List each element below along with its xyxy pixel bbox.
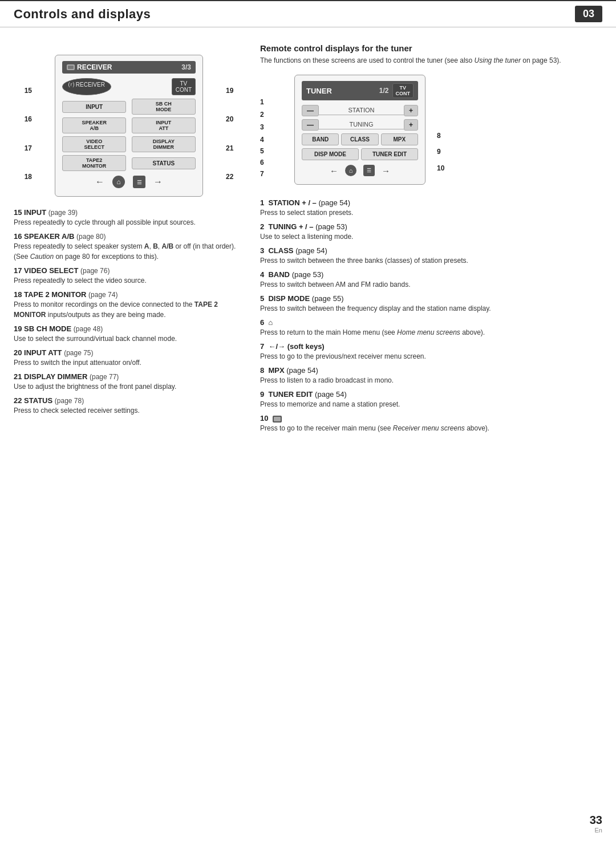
tuner-left-labels: 1 2 3 4 5 6 7 bbox=[260, 75, 271, 185]
disp-mode-btn[interactable]: DISP MODE bbox=[302, 148, 359, 160]
menu-icon[interactable]: ☰ bbox=[133, 176, 145, 188]
tuning-minus-btn[interactable]: — bbox=[302, 119, 319, 131]
tuner-nav-row: ← ⌂ ☰ → bbox=[302, 165, 418, 176]
display-dimmer-btn[interactable]: DISPLAYDIMMER bbox=[132, 136, 196, 152]
desc-item-17: 17 VIDEO SELECT (page 76) Press repeated… bbox=[14, 266, 242, 286]
receiver-remote-header: RECEIVER 3/3 bbox=[62, 61, 196, 74]
tuner-label-7: 7 bbox=[260, 170, 271, 177]
label-17: 17 bbox=[14, 145, 32, 152]
right-desc-10: 10 Press to go to the receiver main menu… bbox=[260, 414, 602, 433]
desc-item-22: 22 STATUS (page 78) Press to check selec… bbox=[14, 396, 242, 416]
desc-page-8: (page 54) bbox=[286, 366, 318, 375]
station-row: — STATION + bbox=[302, 105, 418, 116]
receiver-icon: RECEIVER bbox=[67, 63, 112, 71]
receiver-top-row: ⒭ RECEIVER TVCONT bbox=[62, 78, 196, 95]
receiver-nav-row: ← ⌂ ☰ → bbox=[62, 176, 196, 188]
desc-num-6: 6 ⌂ bbox=[260, 318, 273, 327]
tuner-menu-icon[interactable]: ☰ bbox=[363, 165, 375, 176]
input-btn[interactable]: INPUT bbox=[62, 101, 126, 113]
tv-cont-btn[interactable]: TVCONT bbox=[172, 78, 196, 95]
right-desc-1: 1 STATION + / – (page 54) Press to selec… bbox=[260, 198, 602, 218]
footer-lang: En bbox=[590, 827, 602, 834]
left-descriptions: 15 INPUT (page 39) Press repeatedly to c… bbox=[14, 208, 242, 416]
right-desc-7: 7 ←/→ (soft keys) Press to go to the pre… bbox=[260, 342, 602, 361]
label-22: 22 bbox=[226, 173, 242, 180]
receiver-btn[interactable]: ⒭ RECEIVER bbox=[62, 78, 111, 95]
desc-page-9: (page 54) bbox=[315, 390, 347, 399]
desc-num-1: 1 STATION + / – bbox=[260, 198, 317, 207]
station-minus-btn[interactable]: — bbox=[302, 105, 319, 116]
desc-num-4: 4 BAND bbox=[260, 270, 290, 279]
class-btn[interactable]: CLASS bbox=[341, 133, 378, 145]
tuner-home-icon[interactable]: ⌂ bbox=[345, 165, 356, 176]
tuner-label-2: 2 bbox=[260, 111, 271, 118]
label-20: 20 bbox=[226, 116, 242, 123]
page-footer: 33 En bbox=[590, 814, 602, 834]
desc-num-10: 10 bbox=[260, 414, 282, 422]
right-desc-5: 5 DISP MODE (page 55) Press to switch be… bbox=[260, 294, 602, 314]
tuner-tv-cont-btn[interactable]: TVCONT bbox=[392, 83, 414, 98]
tuner-edit-btn[interactable]: TUNER EDIT bbox=[361, 148, 418, 160]
desc-page-2: (page 53) bbox=[315, 222, 347, 231]
remote-row-4: TAPE2MONITOR STATUS bbox=[62, 155, 196, 171]
desc-num-9: 9 TUNER EDIT bbox=[260, 390, 313, 399]
tuner-fraction: 1/2 bbox=[379, 87, 389, 95]
receiver-right-labels: 19 20 21 22 bbox=[224, 49, 242, 197]
tuning-plus-btn[interactable]: + bbox=[404, 119, 418, 131]
status-btn[interactable]: STATUS bbox=[132, 157, 196, 169]
tuner-left-arrow-icon[interactable]: ← bbox=[330, 166, 338, 176]
right-desc-3: 3 CLASS (page 54) Press to switch betwee… bbox=[260, 246, 602, 266]
tuner-label-1: 1 bbox=[260, 99, 271, 105]
tuner-btn-row-1: BAND CLASS MPX bbox=[302, 133, 418, 145]
tuner-label-6: 6 bbox=[260, 159, 271, 166]
right-desc-2: 2 TUNING + / – (page 53) Use to select a… bbox=[260, 222, 602, 242]
desc-item-21: 21 DISPLAY DIMMER (page 77) Use to adjus… bbox=[14, 372, 242, 392]
right-column: Remote control displays for the tuner Th… bbox=[260, 43, 602, 438]
tuner-right-arrow-icon[interactable]: → bbox=[382, 166, 390, 176]
video-select-btn[interactable]: VIDEOSELECT bbox=[62, 136, 126, 152]
tuner-label-10: 10 bbox=[437, 165, 448, 172]
label-15: 15 bbox=[14, 87, 32, 94]
desc-num-3: 3 CLASS bbox=[260, 246, 294, 255]
input-att-btn[interactable]: INPUTATT bbox=[132, 117, 196, 133]
desc-page-1: (page 54) bbox=[318, 198, 350, 207]
tuner-remote-header: TUNER 1/2 TVCONT bbox=[302, 81, 418, 100]
tuner-remote-area: 1 2 3 4 5 6 7 TUNER 1/2 TVCONT bbox=[260, 75, 602, 185]
home-icon[interactable]: ⌂ bbox=[112, 176, 125, 188]
page-header: Controls and displays 03 bbox=[0, 0, 616, 27]
desc-page-5: (page 55) bbox=[312, 294, 344, 303]
desc-item-20: 20 INPUT ATT (page 75) Press to switch t… bbox=[14, 348, 242, 368]
tuner-label-9: 9 bbox=[437, 148, 448, 155]
desc-item-16: 16 SPEAKER A/B (page 80) Press repeatedl… bbox=[14, 232, 242, 262]
band-btn[interactable]: BAND bbox=[302, 133, 339, 145]
mpx-btn[interactable]: MPX bbox=[381, 133, 418, 145]
right-arrow-icon[interactable]: → bbox=[153, 177, 163, 187]
receiver-left-labels: 15 16 17 18 bbox=[14, 49, 32, 197]
tape2-monitor-btn[interactable]: TAPE2MONITOR bbox=[62, 155, 126, 171]
footer-page-num: 33 bbox=[590, 814, 602, 827]
desc-item-19: 19 SB CH MODE (page 48) Use to select th… bbox=[14, 324, 242, 344]
left-arrow-icon[interactable]: ← bbox=[95, 177, 104, 187]
tuner-intro: The functions on these screens are used … bbox=[260, 55, 602, 66]
label-18: 18 bbox=[14, 173, 32, 180]
station-label: STATION bbox=[319, 107, 404, 115]
receiver-display: RECEIVER 3/3 ⒭ RECEIVER TVCONT INPUT SB … bbox=[55, 55, 203, 197]
desc-page-4: (page 53) bbox=[292, 270, 324, 279]
desc-page-3: (page 54) bbox=[295, 246, 327, 255]
tuner-title: TUNER bbox=[306, 87, 332, 95]
tuner-label-8: 8 bbox=[437, 132, 448, 139]
station-plus-btn[interactable]: + bbox=[404, 105, 418, 116]
page-badge: 03 bbox=[575, 6, 602, 22]
receiver-fraction: 3/3 bbox=[181, 63, 191, 71]
tuner-remote: TUNER 1/2 TVCONT — STATION + — TUNING + bbox=[294, 75, 425, 185]
desc-num-8: 8 MPX bbox=[260, 366, 285, 375]
tuning-label: TUNING bbox=[319, 121, 404, 129]
sb-ch-mode-btn[interactable]: SB CHMODE bbox=[132, 99, 196, 115]
desc-num-5: 5 DISP MODE bbox=[260, 294, 310, 303]
speaker-ab-btn[interactable]: SPEAKERA/B bbox=[62, 117, 126, 133]
label-19: 19 bbox=[226, 87, 242, 94]
tuner-label-3: 3 bbox=[260, 124, 271, 131]
tuner-right-labels: 8 9 10 bbox=[437, 75, 448, 185]
desc-item-18: 18 TAPE 2 MONITOR (page 74) Press to mon… bbox=[14, 290, 242, 320]
tuner-label-5: 5 bbox=[260, 148, 271, 155]
